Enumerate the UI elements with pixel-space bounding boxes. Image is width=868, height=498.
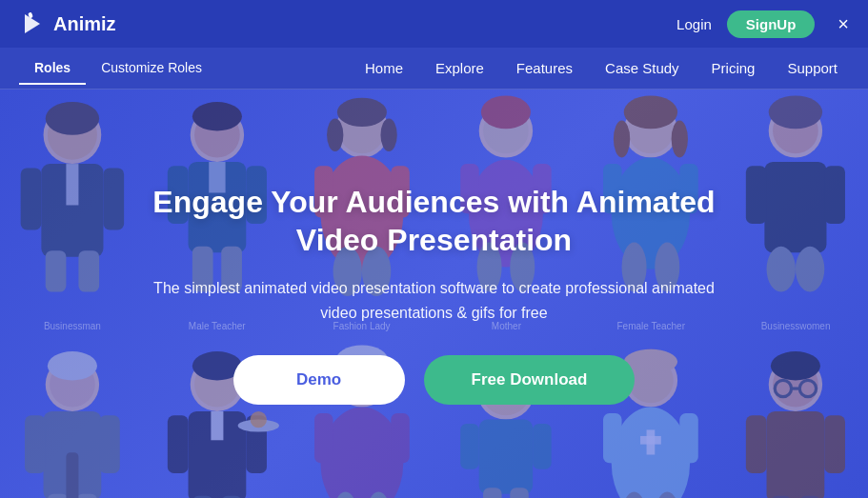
svg-rect-8 xyxy=(78,250,99,291)
hero-content: Engage Your Audiences with Animated Vide… xyxy=(101,183,768,405)
svg-point-81 xyxy=(366,491,391,498)
sub-nav-tabs: Roles Customize Roles xyxy=(19,52,217,85)
top-bar: Animiz Login SignUp × xyxy=(0,0,868,48)
close-button[interactable]: × xyxy=(838,13,849,35)
hero-title: Engage Your Audiences with Animated Vide… xyxy=(139,183,730,259)
svg-point-52 xyxy=(767,247,796,292)
logo-text: Animiz xyxy=(53,13,116,35)
svg-rect-67 xyxy=(168,415,189,473)
svg-rect-89 xyxy=(534,424,553,469)
svg-point-17 xyxy=(194,112,240,158)
svg-rect-104 xyxy=(647,429,656,454)
svg-rect-61 xyxy=(76,493,97,498)
svg-point-45 xyxy=(624,96,677,129)
svg-rect-97 xyxy=(680,413,699,463)
svg-point-47 xyxy=(672,121,688,158)
svg-point-46 xyxy=(614,121,630,158)
main-nav: Home Explore Features Case Study Pricing… xyxy=(353,54,849,82)
svg-point-106 xyxy=(769,357,822,410)
svg-rect-109 xyxy=(824,415,845,473)
nav-explore[interactable]: Explore xyxy=(424,54,495,82)
svg-point-53 xyxy=(796,247,824,292)
top-bar-right: Login SignUp × xyxy=(676,10,849,38)
svg-point-95 xyxy=(612,407,690,498)
svg-point-9 xyxy=(48,110,97,160)
svg-point-56 xyxy=(46,357,99,410)
svg-rect-108 xyxy=(746,415,767,473)
svg-rect-49 xyxy=(765,162,827,252)
svg-rect-88 xyxy=(461,424,480,469)
nav-support[interactable]: Support xyxy=(776,54,849,82)
svg-point-10 xyxy=(46,102,99,135)
nav-pricing[interactable]: Pricing xyxy=(700,54,767,82)
svg-point-74 xyxy=(237,419,278,431)
tab-roles[interactable]: Roles xyxy=(19,52,86,85)
svg-rect-4 xyxy=(66,164,78,205)
svg-rect-3 xyxy=(41,164,103,257)
svg-point-112 xyxy=(773,361,818,407)
svg-rect-105 xyxy=(640,436,661,445)
char-businessman-label: Businessman xyxy=(44,321,101,331)
svg-rect-90 xyxy=(484,488,503,498)
svg-point-26 xyxy=(339,109,385,154)
nav-features[interactable]: Features xyxy=(505,54,584,82)
svg-point-38 xyxy=(624,104,677,157)
svg-point-54 xyxy=(773,109,818,154)
svg-rect-79 xyxy=(391,413,410,463)
sub-nav: Roles Customize Roles Home Explore Featu… xyxy=(0,48,868,90)
svg-point-113 xyxy=(771,351,820,380)
svg-rect-73 xyxy=(211,411,223,440)
logo-area: Animiz xyxy=(19,10,116,37)
svg-point-63 xyxy=(48,351,97,380)
svg-rect-66 xyxy=(188,411,246,498)
svg-point-29 xyxy=(380,118,396,151)
svg-point-99 xyxy=(656,491,680,498)
svg-rect-64 xyxy=(66,452,78,498)
svg-point-27 xyxy=(337,98,387,127)
tab-customize-roles[interactable]: Customize Roles xyxy=(86,52,217,85)
svg-point-75 xyxy=(250,411,266,428)
animiz-logo-icon xyxy=(19,10,46,37)
svg-rect-58 xyxy=(25,415,46,473)
hero-subtitle: The simplest animated video presentation… xyxy=(139,276,730,325)
svg-point-36 xyxy=(484,109,530,154)
demo-button[interactable]: Demo xyxy=(233,355,405,405)
svg-point-37 xyxy=(481,96,531,129)
svg-point-28 xyxy=(327,118,343,151)
signup-button[interactable]: SignUp xyxy=(727,10,816,38)
login-button[interactable]: Login xyxy=(676,16,712,32)
svg-point-30 xyxy=(479,104,533,157)
svg-rect-60 xyxy=(48,493,69,498)
svg-point-77 xyxy=(320,407,403,498)
hero-buttons: Demo Free Download xyxy=(139,355,730,405)
svg-rect-68 xyxy=(246,415,267,473)
svg-rect-5 xyxy=(21,168,42,229)
svg-point-11 xyxy=(191,109,244,162)
svg-point-114 xyxy=(775,380,791,396)
char-businesswomen-label: Businesswomen xyxy=(761,321,831,331)
svg-point-115 xyxy=(799,380,816,396)
svg-point-2 xyxy=(44,106,102,164)
svg-rect-57 xyxy=(44,411,102,498)
svg-point-48 xyxy=(769,104,822,157)
svg-rect-59 xyxy=(99,415,120,473)
svg-rect-78 xyxy=(314,413,333,463)
svg-point-18 xyxy=(192,102,242,130)
svg-rect-107 xyxy=(767,411,825,498)
svg-point-44 xyxy=(628,109,674,154)
svg-rect-96 xyxy=(603,413,622,463)
nav-home[interactable]: Home xyxy=(353,54,414,82)
svg-point-62 xyxy=(50,361,95,407)
svg-rect-7 xyxy=(46,250,67,291)
hero-section: Businessman Male Teacher xyxy=(0,90,868,498)
free-download-button[interactable]: Free Download xyxy=(424,355,636,405)
svg-rect-91 xyxy=(511,488,530,498)
nav-case-study[interactable]: Case Study xyxy=(594,54,691,82)
svg-point-20 xyxy=(334,104,388,157)
svg-point-55 xyxy=(769,96,822,129)
svg-point-98 xyxy=(622,491,647,498)
svg-rect-87 xyxy=(479,419,533,493)
svg-rect-51 xyxy=(824,166,845,224)
svg-point-80 xyxy=(333,491,357,498)
